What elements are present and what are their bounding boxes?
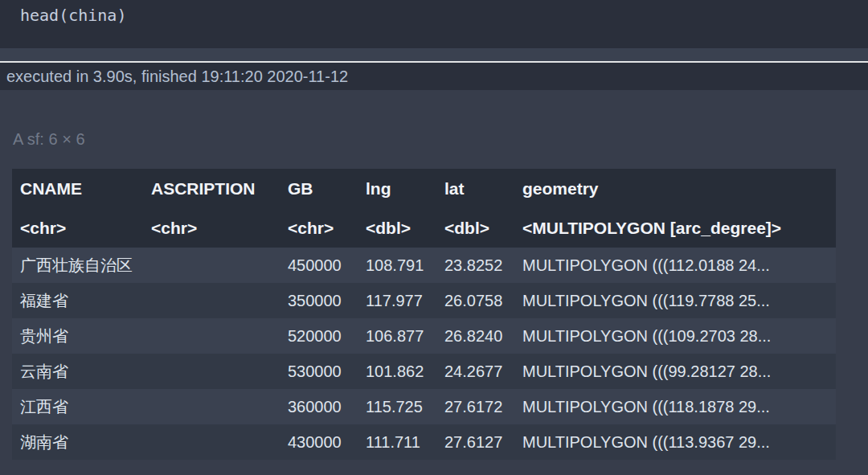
table-cell <box>143 354 280 389</box>
table-cell: 117.977 <box>358 283 436 318</box>
table-cell: MULTIPOLYGON (((119.7788 25... <box>514 283 836 318</box>
column-type: <MULTIPOLYGON [arc_degree]> <box>514 208 836 248</box>
table-cell <box>143 248 280 283</box>
column-header: GB <box>280 169 358 208</box>
table-row: 福建省350000117.97726.0758MULTIPOLYGON (((1… <box>12 283 836 318</box>
table-cell <box>143 283 280 318</box>
table-cell: MULTIPOLYGON (((118.1878 29... <box>514 389 836 424</box>
table-cell: MULTIPOLYGON (((112.0188 24... <box>514 248 836 283</box>
table-cell: 115.725 <box>358 389 436 424</box>
table-cell: 111.711 <box>358 424 436 460</box>
table-cell: 360000 <box>280 389 358 424</box>
table-cell: MULTIPOLYGON (((113.9367 29... <box>514 424 836 460</box>
table-cell: 520000 <box>280 318 358 354</box>
table-row: 贵州省520000106.87726.8240MULTIPOLYGON (((1… <box>12 318 836 354</box>
column-type: <chr> <box>143 208 280 248</box>
table-cell: 27.6127 <box>436 424 514 460</box>
table-cell: 350000 <box>280 283 358 318</box>
column-header: lat <box>436 169 514 208</box>
code-source[interactable]: head(china) <box>20 4 126 27</box>
table-cell: 26.0758 <box>436 283 514 318</box>
table-cell: 江西省 <box>12 389 143 424</box>
table-cell: 108.791 <box>358 248 436 283</box>
table-cell: 530000 <box>280 354 358 389</box>
table-cell <box>143 318 280 354</box>
column-header: geometry <box>514 169 836 208</box>
table-row: 江西省360000115.72527.6172MULTIPOLYGON (((1… <box>12 389 836 424</box>
column-header: ASCRIPTION <box>143 169 280 208</box>
column-type: <dbl> <box>358 208 436 248</box>
table-row: 广西壮族自治区450000108.79123.8252MULTIPOLYGON … <box>12 248 836 283</box>
table-cell: 27.6172 <box>436 389 514 424</box>
column-type: <chr> <box>12 208 143 248</box>
column-header: lng <box>358 169 436 208</box>
column-type: <chr> <box>280 208 358 248</box>
table-cell <box>143 424 280 460</box>
table-cell: 101.862 <box>358 354 436 389</box>
table-cell: 23.8252 <box>436 248 514 283</box>
table-cell: 450000 <box>280 248 358 283</box>
execution-status-bar: executed in 3.90s, finished 19:11:20 202… <box>0 63 868 90</box>
table-cell <box>143 389 280 424</box>
table-cell: 贵州省 <box>12 318 143 354</box>
table-cell: 430000 <box>280 424 358 460</box>
table-cell: MULTIPOLYGON (((99.28127 28... <box>514 354 836 389</box>
dataframe-body: 广西壮族自治区450000108.79123.8252MULTIPOLYGON … <box>12 248 836 460</box>
dataframe: CNAMEASCRIPTIONGBlnglatgeometry<chr><chr… <box>12 169 836 460</box>
dataframe-head: CNAMEASCRIPTIONGBlnglatgeometry<chr><chr… <box>12 169 836 248</box>
table-row: 湖南省430000111.71127.6127MULTIPOLYGON (((1… <box>12 424 836 460</box>
table-row: 云南省530000101.86224.2677MULTIPOLYGON (((9… <box>12 354 836 389</box>
table-cell: 福建省 <box>12 283 143 318</box>
table-cell: 106.877 <box>358 318 436 354</box>
table-cell: 湖南省 <box>12 424 143 460</box>
output-area: CNAMEASCRIPTIONGBlnglatgeometry<chr><chr… <box>12 169 836 460</box>
cell-gap-band <box>0 48 868 61</box>
execution-status-text: executed in 3.90s, finished 19:11:20 202… <box>6 63 348 90</box>
table-cell: 广西壮族自治区 <box>12 248 143 283</box>
table-caption: A sf: 6 × 6 <box>13 129 85 149</box>
table-cell: 24.2677 <box>436 354 514 389</box>
column-header-row: CNAMEASCRIPTIONGBlnglatgeometry <box>12 169 836 208</box>
column-type-row: <chr><chr><chr><dbl><dbl><MULTIPOLYGON [… <box>12 208 836 248</box>
column-header: CNAME <box>12 169 143 208</box>
table-cell: MULTIPOLYGON (((109.2703 28... <box>514 318 836 354</box>
column-type: <dbl> <box>436 208 514 248</box>
table-cell: 云南省 <box>12 354 143 389</box>
code-cell[interactable]: head(china) <box>0 0 868 48</box>
table-cell: 26.8240 <box>436 318 514 354</box>
